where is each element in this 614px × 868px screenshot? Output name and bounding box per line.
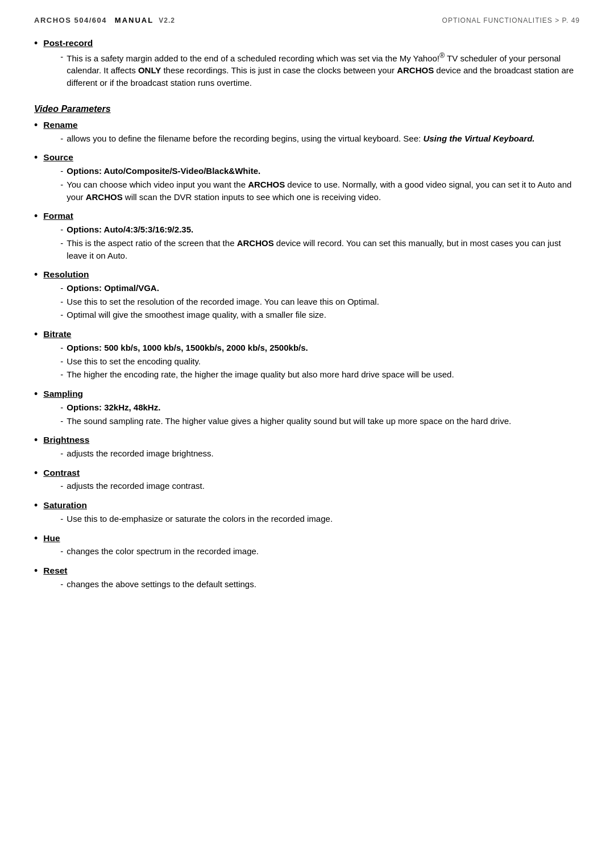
sampling-title: Sampling	[43, 388, 511, 400]
dash-icon: -	[60, 415, 63, 427]
post-record-text: This is a safety margin added to the end…	[67, 51, 580, 89]
saturation-title: Saturation	[43, 499, 333, 512]
sub-item: - Options: Optimal/VGA.	[60, 282, 379, 294]
bullet-icon: •	[34, 467, 38, 480]
sampling-subitems: - Options: 32kHz, 48kHz. - The sound sam…	[60, 401, 511, 427]
sampling-desc: The sound sampling rate. The higher valu…	[67, 415, 511, 427]
sub-item: - Use this to de-emphasize or saturate t…	[60, 513, 333, 525]
sampling-block: Sampling - Options: 32kHz, 48kHz. - The …	[43, 388, 511, 429]
dash-icon: -	[60, 342, 63, 354]
format-block: Format - Options: Auto/4:3/5:3/16:9/2.35…	[43, 210, 580, 264]
saturation-block: Saturation - Use this to de-emphasize or…	[43, 499, 333, 527]
sub-item: - This is the aspect ratio of the screen…	[60, 237, 580, 262]
list-item: • Format - Options: Auto/4:3/5:3/16:9/2.…	[34, 210, 580, 264]
bitrate-block: Bitrate - Options: 500 kb/s, 1000 kb/s, …	[43, 328, 454, 383]
list-item: • Post-record - This is a safety margin …	[34, 37, 580, 92]
bullet-icon: •	[34, 499, 38, 512]
bullet-icon: •	[34, 268, 38, 281]
list-item: • Brightness - adjusts the recorded imag…	[34, 434, 580, 462]
dash-icon: -	[60, 513, 63, 525]
sub-item: - Options: Auto/4:3/5:3/16:9/2.35.	[60, 223, 580, 236]
dash-icon: -	[60, 355, 63, 368]
header-page-info: OPTIONAL FUNCTIONALITIES > p. 49	[442, 16, 580, 24]
sub-item: - The sound sampling rate. The higher va…	[60, 415, 511, 427]
bullet-icon: •	[34, 564, 38, 578]
bitrate-desc2: The higher the encoding rate, the higher…	[67, 368, 454, 381]
sub-item: - Options: 500 kb/s, 1000 kb/s, 1500kb/s…	[60, 342, 454, 354]
sub-item: - The higher the encoding rate, the high…	[60, 368, 454, 381]
sub-item: - Optimal will give the smoothest image …	[60, 309, 379, 321]
bullet-icon: •	[34, 151, 38, 164]
list-item: • Source - Options: Auto/Composite/S-Vid…	[34, 151, 580, 205]
sub-item: - adjusts the recorded image contrast.	[60, 480, 205, 492]
sub-item: - changes the color spectrum in the reco…	[60, 545, 259, 558]
list-item: • Contrast - adjusts the recorded image …	[34, 467, 580, 495]
sub-item: - adjusts the recorded image brightness.	[60, 447, 213, 460]
source-title: Source	[43, 151, 580, 164]
main-content: • Post-record - This is a safety margin …	[34, 37, 580, 593]
post-record-block: Post-record - This is a safety margin ad…	[43, 37, 580, 92]
header-brand: ARCHOS 504/604 MANUAL V2.2	[34, 16, 175, 24]
rename-text: allows you to define the filename before…	[67, 132, 534, 145]
rename-subitems: - allows you to define the filename befo…	[60, 132, 534, 145]
rename-title: Rename	[43, 119, 534, 131]
bitrate-desc1: Use this to set the encoding quality.	[67, 355, 201, 368]
dash-icon: -	[60, 447, 63, 460]
bullet-icon: •	[34, 328, 38, 341]
bullet-icon: •	[34, 388, 38, 401]
reset-block: Reset - changes the above settings to th…	[43, 564, 256, 592]
bullet-icon: •	[34, 210, 38, 223]
reset-title: Reset	[43, 564, 256, 577]
list-item: • Saturation - Use this to de-emphasize …	[34, 499, 580, 527]
format-options: Options: Auto/4:3/5:3/16:9/2.35.	[67, 223, 193, 236]
resolution-block: Resolution - Options: Optimal/VGA. - Use…	[43, 268, 379, 323]
saturation-desc: Use this to de-emphasize or saturate the…	[67, 513, 333, 525]
hue-desc: changes the color spectrum in the record…	[67, 545, 259, 558]
resolution-desc1: Use this to set the resolution of the re…	[67, 296, 379, 308]
reset-desc: changes the above settings to the defaul…	[67, 578, 256, 591]
dash-icon: -	[60, 178, 63, 191]
bitrate-title: Bitrate	[43, 328, 454, 340]
sub-item: - allows you to define the filename befo…	[60, 132, 534, 145]
version-label: V2.2	[159, 16, 175, 24]
format-desc: This is the aspect ratio of the screen t…	[67, 237, 580, 262]
sub-item: - This is a safety margin added to the e…	[60, 51, 580, 89]
page-header: ARCHOS 504/604 MANUAL V2.2 OPTIONAL FUNC…	[34, 16, 580, 24]
brightness-desc: adjusts the recorded image brightness.	[67, 447, 213, 460]
list-item: • Reset - changes the above settings to …	[34, 564, 580, 592]
source-options: Options: Auto/Composite/S-Video/Black&Wh…	[67, 165, 260, 177]
sampling-options: Options: 32kHz, 48kHz.	[67, 401, 160, 414]
contrast-block: Contrast - adjusts the recorded image co…	[43, 467, 205, 495]
brand-name: ARCHOS 504/604	[34, 16, 107, 24]
list-item: • Bitrate - Options: 500 kb/s, 1000 kb/s…	[34, 328, 580, 383]
rename-block: Rename - allows you to define the filena…	[43, 119, 534, 147]
source-block: Source - Options: Auto/Composite/S-Video…	[43, 151, 580, 205]
saturation-subitems: - Use this to de-emphasize or saturate t…	[60, 513, 333, 525]
manual-label: MANUAL	[115, 16, 154, 24]
hue-title: Hue	[43, 532, 259, 545]
sub-item: - Use this to set the encoding quality.	[60, 355, 454, 368]
list-item: • Sampling - Options: 32kHz, 48kHz. - Th…	[34, 388, 580, 429]
dash-icon: -	[60, 282, 63, 294]
source-desc: You can choose which video input you wan…	[67, 178, 580, 203]
dash-icon: -	[60, 368, 63, 381]
page-container: ARCHOS 504/604 MANUAL V2.2 OPTIONAL FUNC…	[0, 0, 614, 868]
contrast-title: Contrast	[43, 467, 205, 479]
bullet-icon: •	[34, 119, 38, 132]
dash-icon: -	[60, 51, 63, 63]
resolution-desc2: Optimal will give the smoothest image qu…	[67, 309, 326, 321]
bitrate-options: Options: 500 kb/s, 1000 kb/s, 1500kb/s, …	[67, 342, 308, 354]
resolution-title: Resolution	[43, 268, 379, 281]
hue-block: Hue - changes the color spectrum in the …	[43, 532, 259, 560]
dash-icon: -	[60, 480, 63, 492]
reset-subitems: - changes the above settings to the defa…	[60, 578, 256, 591]
contrast-subitems: - adjusts the recorded image contrast.	[60, 480, 205, 492]
sub-item: - Options: 32kHz, 48kHz.	[60, 401, 511, 414]
brightness-block: Brightness - adjusts the recorded image …	[43, 434, 213, 462]
dash-icon: -	[60, 296, 63, 308]
sub-item: - changes the above settings to the defa…	[60, 578, 256, 591]
resolution-options: Options: Optimal/VGA.	[67, 282, 159, 294]
contrast-desc: adjusts the recorded image contrast.	[67, 480, 205, 492]
dash-icon: -	[60, 545, 63, 558]
sub-item: - Options: Auto/Composite/S-Video/Black&…	[60, 165, 580, 177]
